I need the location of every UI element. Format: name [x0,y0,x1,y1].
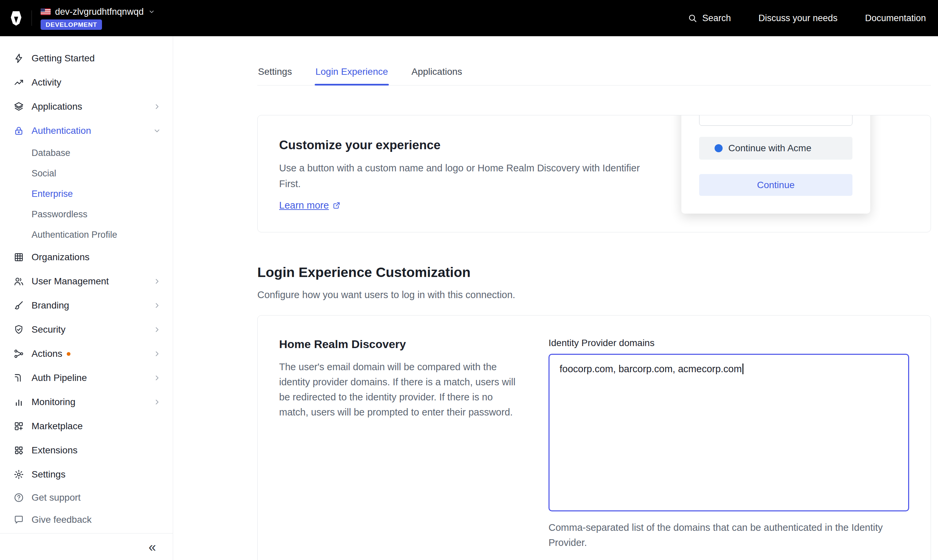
sidebar-item-marketplace[interactable]: Marketplace [0,414,173,438]
acme-logo-icon [715,144,722,152]
sidebar-item-auth-pipeline[interactable]: Auth Pipeline [0,366,173,390]
sidebar-item-settings[interactable]: Settings [0,462,173,486]
chevron-right-icon [152,349,161,358]
discuss-your-needs-link[interactable]: Discuss your needs [759,13,838,23]
main-content: Settings Login Experience Applications C… [173,36,938,560]
documentation-link[interactable]: Documentation [865,13,926,23]
sidebar-subitem-label: Database [32,148,71,158]
gear-icon [14,469,24,480]
chevron-right-icon [152,102,161,111]
us-flag-icon [41,8,51,15]
customize-experience-card: Customize your experience Use a button w… [257,115,931,232]
sidebar-subitem-label: Social [32,168,56,179]
sidebar-subitem-label: Passwordless [32,209,88,220]
sidebar-subitem-enterprise[interactable]: Enterprise [0,184,173,204]
sidebar-item-extensions[interactable]: Extensions [0,438,173,462]
sidebar-item-branding[interactable]: Branding [0,294,173,318]
domains-value: foocorp.com, barcorp.com, acmecorp.com [559,363,742,374]
tenant-switcher[interactable]: dev-zlvgrudhtfnqnwqd DEVELOPMENT [41,7,156,30]
chevron-down-icon [148,8,156,15]
sidebar-item-label: Settings [32,469,65,480]
help-circle-icon [14,492,24,503]
sidebar-item-organizations[interactable]: Organizations [0,245,173,269]
sidebar-item-label: Security [32,324,65,335]
sidebar-item-label: Organizations [32,252,89,263]
collapse-sidebar-button[interactable]: « [149,540,156,554]
learn-more-label: Learn more [279,200,329,211]
sidebar-item-label: Actions [32,348,62,359]
sidebar-item-activity[interactable]: Activity [0,71,173,95]
chevron-right-icon [152,301,161,310]
domains-field-label: Identity Provider domains [548,338,909,348]
users-icon [14,276,24,287]
sidebar-item-give-feedback[interactable]: Give feedback [0,509,173,531]
acme-button-label: Continue with Acme [729,143,811,154]
grid-icon [14,252,24,263]
layers-icon [14,101,24,112]
sidebar-item-label: Get support [32,492,80,503]
shield-check-icon [14,324,24,335]
sidebar-item-get-support[interactable]: Get support [0,486,173,509]
chevron-right-icon [152,374,161,382]
topbar: dev-zlvgrudhtfnqnwqd DEVELOPMENT Search … [0,0,938,36]
chevron-right-icon [152,398,161,406]
sidebar-subitem-label: Authentication Profile [32,230,117,240]
sidebar-subitem-passwordless[interactable]: Passwordless [0,204,173,225]
tab-bar: Settings Login Experience Applications [257,66,931,86]
sidebar-item-authentication[interactable]: Authentication [0,119,173,143]
sidebar-item-label: Give feedback [32,514,92,525]
tenant-name: dev-zlvgrudhtfnqnwqd [55,7,143,17]
tab-login-experience[interactable]: Login Experience [315,66,388,85]
sidebar-item-applications[interactable]: Applications [0,95,173,119]
tab-applications[interactable]: Applications [411,66,463,85]
discuss-label: Discuss your needs [759,13,838,23]
auth0-logo[interactable] [8,10,24,26]
sidebar-subitem-database[interactable]: Database [0,143,173,163]
sidebar-subitem-social[interactable]: Social [0,163,173,184]
search-icon [687,13,698,23]
learn-more-link[interactable]: Learn more [279,200,341,211]
pipeline-icon [14,372,24,383]
search-label: Search [702,13,731,23]
hrd-description: The user's email domain will be compared… [279,360,519,420]
continue-with-acme-button[interactable]: Continue with Acme [699,137,852,160]
workflow-icon [14,348,24,359]
card-description: Use a button with a custom name and logo… [279,160,643,192]
preview-identifier-input[interactable] [699,115,852,126]
home-realm-discovery-card: Home Realm Discovery The user's email do… [257,315,931,560]
section-subtitle: Configure how you want users to log in w… [257,289,931,300]
chat-bubble-icon [14,514,24,525]
chevron-down-icon [152,126,161,135]
identity-provider-domains-textarea[interactable]: foocorp.com, barcorp.com, acmecorp.com [548,354,909,511]
tab-settings[interactable]: Settings [257,66,293,85]
continue-button[interactable]: Continue [699,174,852,196]
hrd-title: Home Realm Discovery [279,338,519,351]
sidebar-item-label: User Management [32,276,109,287]
sidebar-item-actions[interactable]: Actions [0,342,173,366]
section-title: Login Experience Customization [257,265,931,280]
sidebar-item-security[interactable]: Security [0,318,173,342]
search-button[interactable]: Search [687,13,731,23]
login-preview-panel: Continue with Acme Continue [681,115,870,214]
domains-help-text: Comma-separated list of the domains that… [548,520,909,550]
sidebar-subitem-authentication-profile[interactable]: Authentication Profile [0,225,173,245]
documentation-label: Documentation [865,13,926,23]
sidebar-item-label: Extensions [32,445,77,456]
sidebar-item-label: Monitoring [32,397,75,408]
sidebar-subitem-label: Enterprise [32,189,73,199]
environment-badge: DEVELOPMENT [41,20,102,30]
sidebar-item-label: Auth Pipeline [32,372,87,383]
bar-chart-icon [14,397,24,408]
notification-dot [67,352,71,356]
sidebar-item-monitoring[interactable]: Monitoring [0,390,173,414]
sidebar-item-label: Applications [32,101,82,112]
text-caret [742,363,744,374]
sidebar-item-user-management[interactable]: User Management [0,269,173,294]
trending-up-icon [14,77,24,88]
sidebar-item-label: Activity [32,77,62,88]
sidebar-item-label: Getting Started [32,53,95,64]
grid-plus-icon [14,421,24,432]
sidebar: Getting Started Activity Applications Au… [0,36,173,560]
external-link-icon [332,201,341,210]
sidebar-item-getting-started[interactable]: Getting Started [0,46,173,71]
